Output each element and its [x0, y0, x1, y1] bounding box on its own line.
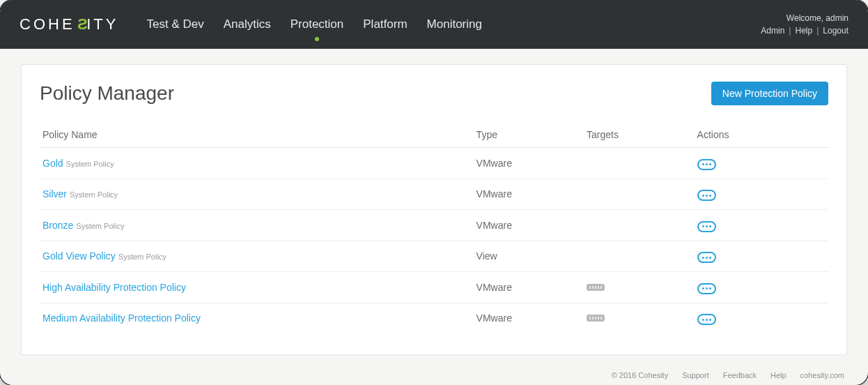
ellipsis-dot-icon [709, 287, 711, 289]
user-area: Welcome, admin Admin|Help|Logout [761, 12, 848, 37]
col-header-targets[interactable]: Targets [584, 123, 694, 148]
top-nav-bar: COHESITY Test & DevAnalyticsProtectionPl… [0, 0, 868, 49]
policy-type: VMware [474, 179, 584, 210]
welcome-text: Welcome, admin [761, 12, 848, 24]
brand-logo: COHESITY [20, 15, 118, 33]
help-link[interactable]: Help [795, 26, 812, 36]
policy-targets [584, 241, 694, 272]
main-nav: Test & DevAnalyticsProtectionPlatformMon… [146, 1, 481, 48]
policy-name-link[interactable]: Silver [42, 188, 67, 199]
new-protection-policy-button[interactable]: New Protection Policy [711, 82, 828, 105]
ellipsis-dot-icon [706, 257, 708, 259]
system-policy-tag: System Policy [118, 252, 166, 261]
nav-item-analytics[interactable]: Analytics [224, 1, 271, 48]
ellipsis-dot-icon [706, 319, 708, 321]
footer-feedback[interactable]: Feedback [723, 371, 757, 379]
ellipsis-dot-icon [709, 319, 711, 321]
policy-name-link[interactable]: High Availability Protection Policy [42, 282, 186, 293]
actions-menu-button[interactable] [697, 252, 716, 263]
policy-type: VMware [474, 148, 584, 179]
table-row: Gold View PolicySystem PolicyView [40, 241, 828, 272]
ellipsis-dot-icon [706, 163, 708, 165]
policy-type: VMware [474, 210, 584, 241]
table-row: Medium Availability Protection PolicyVMw… [40, 303, 828, 333]
policy-table: Policy Name Type Targets Actions GoldSys… [40, 123, 828, 333]
table-row: High Availability Protection PolicyVMwar… [40, 272, 828, 303]
ellipsis-dot-icon [709, 163, 711, 165]
policy-type: View [474, 241, 584, 272]
ellipsis-dot-icon [702, 257, 704, 259]
policy-type: VMware [474, 272, 584, 303]
actions-menu-button[interactable] [697, 190, 716, 201]
actions-menu-button[interactable] [697, 159, 716, 170]
ellipsis-dot-icon [709, 225, 711, 227]
nav-item-protection[interactable]: Protection [290, 1, 344, 48]
policy-targets [584, 303, 694, 333]
ellipsis-dot-icon [706, 195, 708, 197]
col-header-name[interactable]: Policy Name [40, 123, 474, 148]
target-chip-icon [587, 315, 605, 322]
ellipsis-dot-icon [702, 225, 704, 227]
actions-menu-button[interactable] [697, 221, 716, 232]
footer-support[interactable]: Support [682, 371, 709, 379]
ellipsis-dot-icon [706, 287, 708, 289]
footer-help[interactable]: Help [770, 371, 786, 379]
policy-manager-card: Policy Manager New Protection Policy Pol… [21, 64, 847, 355]
policy-name-link[interactable]: Medium Availability Protection Policy [42, 312, 201, 324]
brand-post: ITY [86, 15, 118, 33]
policy-type: VMware [474, 303, 584, 333]
footer: © 2016 Cohesity Support Feedback Help co… [612, 371, 844, 379]
target-chip-icon [587, 284, 605, 291]
policy-name-link[interactable]: Gold View Policy [42, 250, 116, 262]
col-header-type[interactable]: Type [474, 123, 584, 148]
footer-site[interactable]: cohesity.com [800, 371, 844, 379]
policy-name-link[interactable]: Gold [42, 158, 63, 169]
brand-s: S [75, 15, 88, 33]
ellipsis-dot-icon [702, 319, 704, 321]
actions-menu-button[interactable] [697, 283, 716, 294]
ellipsis-dot-icon [709, 195, 711, 197]
system-policy-tag: System Policy [70, 190, 118, 199]
col-header-actions[interactable]: Actions [695, 123, 828, 148]
system-policy-tag: System Policy [66, 160, 114, 168]
admin-link[interactable]: Admin [761, 26, 784, 36]
nav-item-monitoring[interactable]: Monitoring [427, 1, 482, 48]
ellipsis-dot-icon [706, 225, 708, 227]
policy-targets [584, 179, 694, 210]
ellipsis-dot-icon [709, 257, 711, 259]
actions-menu-button[interactable] [697, 314, 716, 325]
nav-item-platform[interactable]: Platform [363, 1, 407, 48]
brand-pre: COHE [20, 15, 75, 33]
page-title: Policy Manager [40, 82, 174, 105]
ellipsis-dot-icon [702, 163, 704, 165]
ellipsis-dot-icon [702, 195, 704, 197]
policy-targets [584, 272, 694, 303]
ellipsis-dot-icon [702, 287, 704, 289]
table-row: BronzeSystem PolicyVMware [40, 210, 828, 241]
policy-targets [584, 210, 694, 241]
table-row: GoldSystem PolicyVMware [40, 148, 828, 179]
system-policy-tag: System Policy [76, 222, 124, 230]
policy-targets [584, 148, 694, 179]
footer-copyright: © 2016 Cohesity [612, 371, 669, 379]
table-row: SilverSystem PolicyVMware [40, 179, 828, 210]
policy-name-link[interactable]: Bronze [42, 220, 73, 231]
nav-item-test-dev[interactable]: Test & Dev [146, 1, 203, 48]
logout-link[interactable]: Logout [823, 26, 848, 36]
